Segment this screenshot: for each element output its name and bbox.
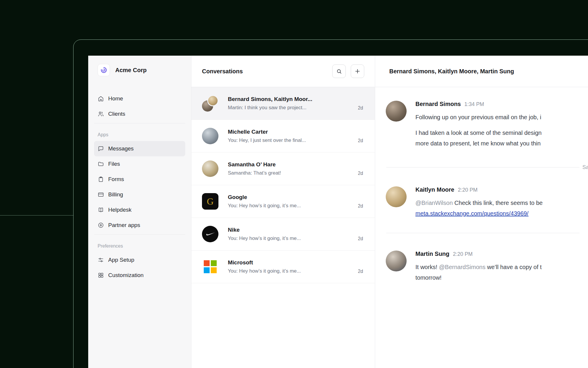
new-conversation-button[interactable] (351, 64, 364, 78)
clipboard-icon (98, 176, 104, 183)
credit-card-icon (98, 191, 104, 198)
sidebar-item-home[interactable]: Home (94, 91, 185, 106)
message-time: 2:20 PM (453, 251, 473, 257)
conversation-preview: You: Hey, I just sent over the final... (228, 137, 306, 143)
grid-icon (98, 272, 104, 279)
message-author: Kaitlyn Moore (415, 186, 454, 193)
home-icon (98, 95, 104, 102)
message-text: @BrianWilson Check this link, there seem… (415, 198, 543, 208)
conversation-preview: You: Hey how’s it going, it’s me... (228, 236, 301, 241)
avatar (202, 128, 218, 144)
group-avatar (202, 95, 218, 112)
sidebar-item-label: Billing (108, 191, 123, 198)
message-time: 1:34 PM (464, 101, 484, 107)
conversation-preview: Martin: I think you saw the project... (228, 105, 312, 111)
avatar (386, 251, 407, 271)
conversations-title: Conversations (202, 68, 332, 75)
sidebar-item-label: Home (108, 95, 123, 102)
conversation-title: Samantha O’ Hare (228, 161, 281, 168)
user-mention[interactable]: @BernardSimons (439, 264, 485, 270)
conversation-time: 2d (358, 105, 363, 111)
app-window: Acme Corp Home Clien (88, 56, 588, 368)
conversation-time: 2d (358, 138, 363, 143)
message-link[interactable]: meta.stackexchange.com/questions/43969/ (415, 210, 529, 217)
badge-icon (98, 222, 104, 228)
sidebar-item-label: Messages (108, 145, 134, 152)
sidebar-item-label: Helpdesk (108, 207, 131, 213)
chat-panel: Bernard Simons, Kaitlyn Moore, Martin Su… (375, 56, 588, 368)
message-bernard: Bernard Simons 1:34 PM Following up on y… (386, 101, 588, 149)
conversation-row-samantha[interactable]: Samantha O’ Hare Samantha: That’s great!… (191, 152, 375, 185)
sidebar-item-label: App Setup (108, 257, 134, 263)
search-button[interactable] (332, 64, 346, 78)
conversation-row-group[interactable]: Bernard Simons, Kaitlyn Moor... Martin: … (191, 87, 375, 120)
message-text: meta.stackexchange.com/questions/43969/ (415, 208, 543, 219)
sidebar-item-customization[interactable]: Customization (94, 268, 185, 283)
sidebar-item-app-setup[interactable]: App Setup (94, 252, 185, 268)
message-content: Kaitlyn Moore 2:20 PM @BrianWilson Check… (415, 186, 543, 219)
google-logo-icon: G (202, 193, 218, 210)
message-martin: Martin Sung 2:20 PM It works! @BernardSi… (386, 251, 588, 283)
book-icon (98, 207, 104, 213)
sidebar-item-helpdesk[interactable]: Helpdesk (94, 202, 185, 218)
brand: Acme Corp (94, 64, 185, 76)
brand-name: Acme Corp (115, 67, 147, 74)
conversation-title: Michelle Carter (228, 129, 306, 135)
conversation-row-microsoft[interactable]: Microsoft You: Hey how’s it going, it’s … (191, 251, 375, 283)
conversation-list-panel: Conversations (191, 56, 375, 368)
avatar (386, 186, 407, 207)
conversation-preview: You: Hey how’s it going, it’s me... (228, 203, 301, 209)
sidebar-section-apps: Apps (98, 132, 185, 137)
users-icon (98, 111, 104, 117)
conversation-title: Nike (228, 227, 301, 233)
sidebar-item-forms[interactable]: Forms (94, 172, 185, 187)
message-head: Kaitlyn Moore 2:20 PM (415, 186, 543, 195)
avatar (207, 95, 218, 106)
message-content: Bernard Simons 1:34 PM Following up on y… (415, 101, 542, 149)
conversation-time: 2d (358, 236, 363, 241)
sidebar-item-label: Forms (108, 176, 124, 183)
divider-label: Sa (582, 164, 588, 170)
chat-header: Bernard Simons, Kaitlyn Moore, Martin Su… (375, 56, 588, 87)
message-author: Martin Sung (415, 251, 450, 257)
conversation-time: 2d (358, 269, 363, 274)
sidebar-nav: Home Clients Apps (94, 91, 185, 283)
sidebar-item-messages[interactable]: Messages (94, 141, 185, 156)
sidebar-section-preferences: Preferences (98, 243, 185, 249)
message-text: Following up on your previous email on t… (415, 112, 542, 122)
conversation-meta: Nike You: Hey how’s it going, it’s me... (228, 227, 301, 241)
sidebar-item-partner-apps[interactable]: Partner apps (94, 218, 185, 233)
sidebar-item-clients[interactable]: Clients (94, 106, 185, 122)
message-content: Martin Sung 2:20 PM It works! @BernardSi… (415, 251, 542, 283)
divider-line (386, 167, 579, 168)
brand-logo-icon (98, 64, 110, 76)
conversation-preview: You: Hey how’s it going, it’s me... (228, 268, 301, 274)
sidebar-item-label: Customization (108, 272, 143, 279)
conversation-preview: Samantha: That’s great! (228, 170, 281, 176)
conversation-meta: Microsoft You: Hey how’s it going, it’s … (228, 259, 301, 274)
conversation-meta: Samantha O’ Hare Samantha: That’s great! (228, 161, 281, 176)
plus-icon (354, 68, 361, 74)
conversation-row-nike[interactable]: Nike You: Hey how’s it going, it’s me...… (191, 218, 375, 251)
conversation-title: Google (228, 194, 301, 200)
sliders-icon (98, 257, 104, 263)
search-icon (336, 68, 342, 74)
user-mention[interactable]: @BrianWilson (415, 200, 453, 206)
sidebar-divider (94, 234, 185, 235)
conversation-time: 2d (358, 171, 363, 176)
message-list: Bernard Simons 1:34 PM Following up on y… (375, 87, 588, 283)
message-time: 2:20 PM (458, 187, 477, 193)
frame-accent-line (0, 215, 74, 216)
conversation-list-header: Conversations (191, 56, 375, 87)
conversation-title: Microsoft (228, 259, 301, 266)
message-kaitlyn: Kaitlyn Moore 2:20 PM @BrianWilson Check… (386, 186, 588, 219)
folder-icon (98, 161, 104, 167)
conversation-row-google[interactable]: G Google You: Hey how’s it going, it’s m… (191, 185, 375, 218)
sidebar-item-files[interactable]: Files (94, 156, 185, 172)
microsoft-logo-icon (202, 258, 218, 275)
sidebar-item-billing[interactable]: Billing (94, 187, 185, 202)
message-text: more data to present, let me know what y… (415, 138, 542, 149)
message-text: It works! @BernardSimons we’ll have a co… (415, 262, 542, 272)
conversation-row-michelle[interactable]: Michelle Carter You: Hey, I just sent ov… (191, 120, 375, 152)
avatar (202, 160, 218, 177)
